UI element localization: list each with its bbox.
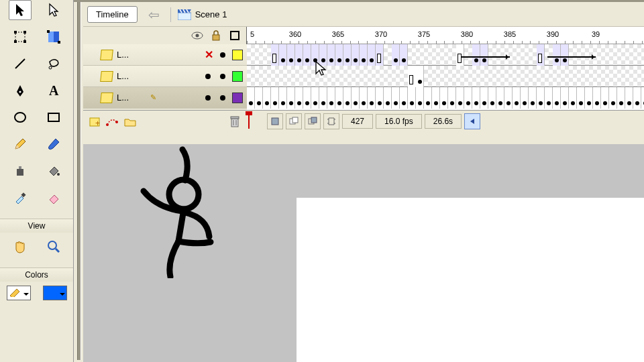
- layer-footer: +: [83, 110, 247, 131]
- stroke-color-swatch[interactable]: [7, 286, 31, 300]
- tool-oval[interactable]: [9, 107, 32, 127]
- back-arrow-icon[interactable]: ⇦: [144, 7, 164, 23]
- center-frame-icon[interactable]: [267, 113, 283, 129]
- tool-line[interactable]: [9, 54, 32, 74]
- svg-point-10: [49, 66, 52, 69]
- scene-label: Scene 1: [195, 9, 227, 19]
- new-layer-icon[interactable]: +: [89, 115, 102, 128]
- tool-pen[interactable]: [9, 80, 32, 101]
- tool-lasso[interactable]: [42, 54, 65, 74]
- layer-name: L...: [117, 71, 146, 81]
- new-motion-guide-icon[interactable]: [106, 115, 119, 128]
- ruler-tick-label: 390: [547, 30, 559, 38]
- playhead-marker: [248, 113, 250, 129]
- scroll-left-button[interactable]: [464, 113, 480, 129]
- toolbox: A: [0, 0, 74, 362]
- track-row[interactable]: [247, 44, 644, 66]
- tool-text[interactable]: A: [42, 80, 65, 101]
- layer-type-icon: [100, 71, 113, 82]
- hide-x-icon[interactable]: ✕: [204, 48, 213, 61]
- main-area: Timeline ⇦ Scene 1 536036537037538038539…: [74, 0, 644, 362]
- tool-paint-bucket[interactable]: [42, 161, 65, 181]
- lock-column-icon[interactable]: [210, 29, 222, 42]
- ruler-tick-label: 5: [250, 30, 254, 38]
- tool-free-transform[interactable]: [9, 27, 32, 47]
- tool-subselection[interactable]: [42, 0, 65, 20]
- stage-canvas[interactable]: [297, 198, 644, 362]
- svg-point-22: [196, 34, 199, 38]
- ruler-tick-label: 365: [332, 30, 344, 38]
- svg-rect-23: [213, 35, 219, 40]
- svg-rect-8: [58, 41, 60, 44]
- timeline-panel: 536036537037538038539039 L...✕L...L...✎ …: [83, 27, 644, 144]
- layer-row[interactable]: L...✎: [83, 87, 247, 109]
- layer-header: [83, 27, 247, 44]
- svg-rect-3: [14, 40, 17, 43]
- svg-text:+: +: [95, 119, 100, 127]
- outline-color-swatch[interactable]: [232, 50, 243, 60]
- tool-pencil[interactable]: [9, 134, 32, 154]
- new-folder-icon[interactable]: [123, 115, 137, 128]
- stick-figure-drawing[interactable]: [130, 144, 231, 272]
- lock-dot[interactable]: [220, 52, 225, 58]
- tool-brush[interactable]: [42, 134, 65, 154]
- ruler-tick-label: 375: [418, 30, 430, 38]
- view-section-header: View: [0, 219, 73, 233]
- lock-dot[interactable]: [220, 95, 225, 101]
- visibility-dot[interactable]: [205, 95, 211, 101]
- layer-row[interactable]: L...: [83, 66, 247, 87]
- scene-breadcrumb[interactable]: Scene 1: [178, 9, 227, 20]
- onion-skin-icon[interactable]: [286, 113, 302, 129]
- svg-line-9: [15, 59, 25, 68]
- lock-dot[interactable]: [220, 74, 225, 79]
- current-frame-display: 427: [342, 114, 373, 129]
- edit-multiple-frames-icon[interactable]: [323, 113, 339, 129]
- pencil-icon: ✎: [150, 93, 160, 102]
- panel-splitter[interactable]: [77, 2, 81, 360]
- ruler-tick-label: 360: [289, 30, 301, 38]
- track-row[interactable]: [247, 87, 644, 109]
- svg-rect-34: [292, 117, 298, 123]
- frame-ruler[interactable]: 536036537037538038539039: [247, 27, 644, 44]
- outline-column-icon[interactable]: [229, 29, 241, 42]
- tool-eraser[interactable]: [42, 188, 65, 208]
- delete-layer-icon[interactable]: [228, 115, 241, 128]
- tool-hand[interactable]: [9, 237, 32, 257]
- outline-color-swatch[interactable]: [232, 71, 243, 82]
- layer-list: L...✕L...L...✎: [83, 44, 247, 109]
- svg-rect-29: [231, 117, 239, 119]
- svg-rect-7: [47, 30, 50, 33]
- svg-rect-20: [178, 13, 191, 20]
- frame-tracks[interactable]: [247, 44, 644, 110]
- svg-point-26: [106, 123, 109, 126]
- tool-gradient-transform[interactable]: [42, 27, 65, 47]
- svg-rect-0: [15, 32, 25, 42]
- svg-line-19: [56, 249, 59, 252]
- fps-display: 16.0 fps: [376, 114, 422, 129]
- tool-zoom[interactable]: [42, 237, 65, 257]
- eye-column-icon[interactable]: [191, 29, 203, 42]
- track-row[interactable]: [247, 66, 644, 87]
- svg-text:A: A: [49, 83, 59, 98]
- stage-area[interactable]: [83, 144, 644, 362]
- ruler-tick-label: 385: [504, 30, 516, 38]
- svg-point-11: [19, 90, 21, 93]
- elapsed-time-display: 26.6s: [425, 114, 462, 129]
- onion-skin-outlines-icon[interactable]: [305, 113, 321, 129]
- tool-ink-bottle[interactable]: [9, 161, 32, 181]
- layer-row[interactable]: L...✕: [83, 44, 247, 66]
- svg-rect-36: [311, 117, 317, 123]
- layer-name: L...: [117, 50, 146, 60]
- svg-rect-14: [48, 113, 59, 121]
- tool-rectangle[interactable]: [42, 107, 65, 127]
- timeline-status-bar: 427 16.0 fps 26.6s: [247, 110, 644, 131]
- tool-selection[interactable]: [9, 0, 32, 20]
- outline-color-swatch[interactable]: [232, 93, 243, 103]
- ruler-tick-label: 380: [461, 30, 473, 38]
- visibility-dot[interactable]: [205, 74, 211, 79]
- svg-rect-15: [19, 166, 21, 169]
- tool-eyedropper[interactable]: [9, 188, 32, 208]
- timeline-panel-button[interactable]: Timeline: [87, 6, 138, 23]
- layer-type-icon: [100, 93, 113, 103]
- fill-color-swatch[interactable]: [43, 286, 67, 300]
